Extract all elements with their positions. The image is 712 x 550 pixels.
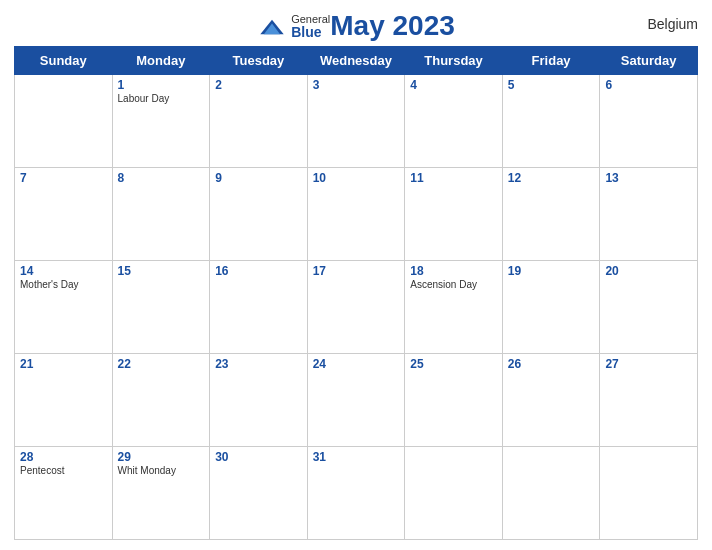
day-cell: 15 xyxy=(112,261,210,354)
day-number: 25 xyxy=(410,357,497,371)
day-cell: 2 xyxy=(210,75,308,168)
logo: General Blue xyxy=(257,14,330,39)
day-cell xyxy=(15,75,113,168)
day-cell: 28Pentecost xyxy=(15,447,113,540)
day-cell: 12 xyxy=(502,168,600,261)
day-cell: 14Mother's Day xyxy=(15,261,113,354)
day-cell: 3 xyxy=(307,75,405,168)
day-cell: 22 xyxy=(112,354,210,447)
day-number: 20 xyxy=(605,264,692,278)
day-number: 19 xyxy=(508,264,595,278)
day-cell: 17 xyxy=(307,261,405,354)
calendar-title: May 2023 xyxy=(330,10,455,42)
day-number: 1 xyxy=(118,78,205,92)
week-row-1: 78910111213 xyxy=(15,168,698,261)
header-friday: Friday xyxy=(502,47,600,75)
logo-general-text: General xyxy=(291,14,330,25)
day-number: 26 xyxy=(508,357,595,371)
day-cell: 27 xyxy=(600,354,698,447)
days-header-row: Sunday Monday Tuesday Wednesday Thursday… xyxy=(15,47,698,75)
day-cell: 10 xyxy=(307,168,405,261)
header-thursday: Thursday xyxy=(405,47,503,75)
day-number: 31 xyxy=(313,450,400,464)
day-cell: 29Whit Monday xyxy=(112,447,210,540)
day-cell xyxy=(600,447,698,540)
week-row-0: 1Labour Day23456 xyxy=(15,75,698,168)
calendar-table: Sunday Monday Tuesday Wednesday Thursday… xyxy=(14,46,698,540)
day-event: Mother's Day xyxy=(20,279,107,290)
header-monday: Monday xyxy=(112,47,210,75)
day-cell: 1Labour Day xyxy=(112,75,210,168)
header-saturday: Saturday xyxy=(600,47,698,75)
day-cell: 26 xyxy=(502,354,600,447)
day-number: 2 xyxy=(215,78,302,92)
week-row-2: 14Mother's Day15161718Ascension Day1920 xyxy=(15,261,698,354)
day-number: 14 xyxy=(20,264,107,278)
day-cell: 9 xyxy=(210,168,308,261)
day-cell: 13 xyxy=(600,168,698,261)
day-number: 4 xyxy=(410,78,497,92)
day-number: 17 xyxy=(313,264,400,278)
week-row-3: 21222324252627 xyxy=(15,354,698,447)
day-number: 13 xyxy=(605,171,692,185)
country-label: Belgium xyxy=(647,16,698,32)
day-cell: 19 xyxy=(502,261,600,354)
header-sunday: Sunday xyxy=(15,47,113,75)
day-cell: 24 xyxy=(307,354,405,447)
day-cell: 6 xyxy=(600,75,698,168)
day-event: Labour Day xyxy=(118,93,205,104)
day-number: 15 xyxy=(118,264,205,278)
day-cell: 8 xyxy=(112,168,210,261)
day-number: 18 xyxy=(410,264,497,278)
day-number: 27 xyxy=(605,357,692,371)
day-number: 21 xyxy=(20,357,107,371)
day-number: 8 xyxy=(118,171,205,185)
day-number: 3 xyxy=(313,78,400,92)
day-cell: 7 xyxy=(15,168,113,261)
day-cell: 4 xyxy=(405,75,503,168)
calendar-header: General Blue May 2023 Belgium xyxy=(14,10,698,42)
day-number: 12 xyxy=(508,171,595,185)
day-number: 28 xyxy=(20,450,107,464)
day-number: 24 xyxy=(313,357,400,371)
header-wednesday: Wednesday xyxy=(307,47,405,75)
day-number: 10 xyxy=(313,171,400,185)
day-number: 30 xyxy=(215,450,302,464)
day-number: 7 xyxy=(20,171,107,185)
day-cell: 31 xyxy=(307,447,405,540)
day-number: 11 xyxy=(410,171,497,185)
day-cell: 16 xyxy=(210,261,308,354)
day-number: 16 xyxy=(215,264,302,278)
day-event: Whit Monday xyxy=(118,465,205,476)
day-cell: 25 xyxy=(405,354,503,447)
day-cell: 11 xyxy=(405,168,503,261)
day-cell: 20 xyxy=(600,261,698,354)
logo-icon xyxy=(257,18,287,36)
day-number: 5 xyxy=(508,78,595,92)
day-event: Pentecost xyxy=(20,465,107,476)
day-cell: 5 xyxy=(502,75,600,168)
day-cell xyxy=(502,447,600,540)
day-cell xyxy=(405,447,503,540)
header-tuesday: Tuesday xyxy=(210,47,308,75)
day-cell: 23 xyxy=(210,354,308,447)
day-number: 22 xyxy=(118,357,205,371)
day-number: 29 xyxy=(118,450,205,464)
day-event: Ascension Day xyxy=(410,279,497,290)
logo-blue-text: Blue xyxy=(291,25,330,39)
day-number: 9 xyxy=(215,171,302,185)
day-cell: 30 xyxy=(210,447,308,540)
day-number: 23 xyxy=(215,357,302,371)
day-cell: 18Ascension Day xyxy=(405,261,503,354)
day-cell: 21 xyxy=(15,354,113,447)
day-number: 6 xyxy=(605,78,692,92)
week-row-4: 28Pentecost29Whit Monday3031 xyxy=(15,447,698,540)
